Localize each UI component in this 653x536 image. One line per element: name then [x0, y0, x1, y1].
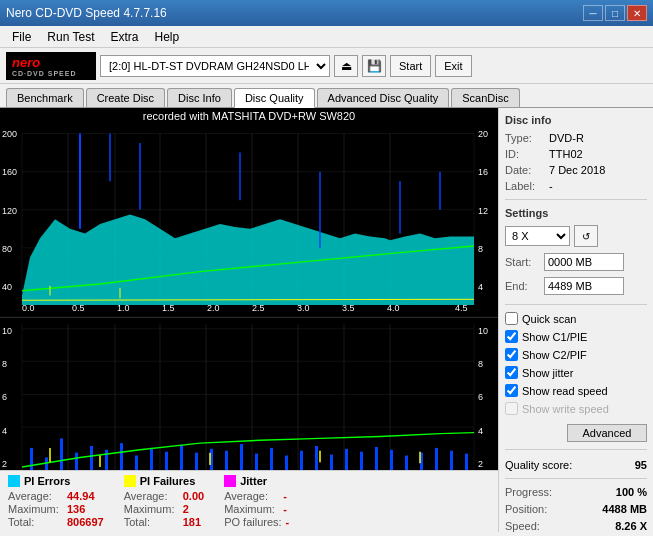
maximize-button[interactable]: □	[605, 5, 625, 21]
svg-rect-112	[465, 454, 468, 470]
minimize-button[interactable]: ─	[583, 5, 603, 21]
refresh-icon[interactable]: ↺	[574, 225, 598, 247]
svg-rect-111	[450, 451, 453, 470]
start-button[interactable]: Start	[390, 55, 431, 77]
svg-rect-103	[330, 455, 333, 470]
position-label: Position:	[505, 503, 547, 515]
show-c2-pif-checkbox[interactable]	[505, 348, 518, 361]
stats-bar: PI Errors Average: 44.94 Maximum: 136 To…	[0, 470, 498, 532]
tab-advanced-disc-quality[interactable]: Advanced Disc Quality	[317, 88, 450, 107]
disc-date-row: Date: 7 Dec 2018	[505, 164, 647, 176]
jitter-header: Jitter	[224, 475, 289, 487]
show-c2-pif-row: Show C2/PIF	[505, 348, 647, 361]
svg-rect-106	[375, 447, 378, 470]
pi-errors-header: PI Errors	[8, 475, 104, 487]
end-mb-label: End:	[505, 280, 540, 292]
svg-text:2: 2	[478, 459, 483, 469]
tab-scandisc[interactable]: ScanDisc	[451, 88, 519, 107]
disc-label-label: Label:	[505, 180, 545, 192]
svg-rect-98	[255, 454, 258, 470]
start-mb-row: Start:	[505, 253, 647, 271]
app-title: Nero CD-DVD Speed 4.7.7.16	[6, 6, 167, 20]
svg-rect-107	[390, 450, 393, 470]
svg-text:12: 12	[478, 206, 488, 216]
disc-info-title: Disc info	[505, 114, 647, 126]
pi-max-label: Maximum:	[8, 503, 63, 515]
tab-benchmark[interactable]: Benchmark	[6, 88, 84, 107]
svg-text:2: 2	[2, 459, 7, 469]
show-read-speed-checkbox[interactable]	[505, 384, 518, 397]
end-mb-row: End:	[505, 277, 647, 295]
svg-rect-100	[285, 456, 288, 470]
pif-avg-value: 0.00	[183, 490, 204, 502]
show-c2-pif-label: Show C2/PIF	[522, 349, 587, 361]
po-failures-value: -	[286, 516, 290, 528]
svg-text:6: 6	[478, 392, 483, 402]
svg-rect-88	[105, 450, 108, 470]
svg-text:200: 200	[2, 130, 17, 140]
pif-max-value: 2	[183, 503, 189, 515]
title-bar: Nero CD-DVD Speed 4.7.7.16 ─ □ ✕	[0, 0, 653, 26]
show-jitter-checkbox[interactable]	[505, 366, 518, 379]
tab-disc-quality[interactable]: Disc Quality	[234, 88, 315, 108]
jitter-max-label: Maximum:	[224, 503, 279, 515]
chart-svg: 200 160 120 80 40 20 16 12 8 4 0.0 0.5 1…	[0, 124, 498, 470]
pi-failures-group: PI Failures Average: 0.00 Maximum: 2 Tot…	[124, 475, 204, 528]
position-value: 4488 MB	[602, 503, 647, 515]
tab-disc-info[interactable]: Disc Info	[167, 88, 232, 107]
toolbar: nero CD·DVD SPEED [2:0] HL-DT-ST DVDRAM …	[0, 48, 653, 84]
pi-total-value: 806697	[67, 516, 104, 528]
svg-rect-97	[240, 444, 243, 470]
svg-text:10: 10	[478, 326, 488, 336]
show-write-speed-row: Show write speed	[505, 402, 647, 415]
pi-max-value: 136	[67, 503, 85, 515]
eject-icon[interactable]: ⏏	[334, 55, 358, 77]
show-c1-pie-label: Show C1/PIE	[522, 331, 587, 343]
start-mb-label: Start:	[505, 256, 540, 268]
svg-rect-96	[225, 451, 228, 470]
pi-errors-label: PI Errors	[24, 475, 70, 487]
right-panel: Disc info Type: DVD-R ID: TTH02 Date: 7 …	[498, 108, 653, 532]
jitter-avg-row: Average: -	[224, 490, 289, 502]
menu-help[interactable]: Help	[147, 28, 188, 46]
save-icon[interactable]: 💾	[362, 55, 386, 77]
menu-extra[interactable]: Extra	[102, 28, 146, 46]
svg-rect-94	[195, 453, 198, 470]
close-button[interactable]: ✕	[627, 5, 647, 21]
exit-button[interactable]: Exit	[435, 55, 471, 77]
chart-area: recorded with MATSHITA DVD+RW SW820 200 …	[0, 108, 498, 470]
jitter-avg-label: Average:	[224, 490, 279, 502]
menu-run-test[interactable]: Run Test	[39, 28, 102, 46]
show-c1-pie-checkbox[interactable]	[505, 330, 518, 343]
svg-text:4: 4	[478, 282, 483, 292]
speed-selector[interactable]: 8 X Max 1 X 2 X 4 X 12 X 16 X	[505, 226, 570, 246]
svg-text:10: 10	[2, 326, 12, 336]
pi-failures-avg-row: Average: 0.00	[124, 490, 204, 502]
end-mb-input[interactable]	[544, 277, 624, 295]
speed-row: 8 X Max 1 X 2 X 4 X 12 X 16 X ↺	[505, 225, 647, 247]
svg-text:160: 160	[2, 168, 17, 178]
po-failures-label: PO failures:	[224, 516, 281, 528]
jitter-avg-value: -	[283, 490, 287, 502]
main-content: recorded with MATSHITA DVD+RW SW820 200 …	[0, 108, 653, 532]
show-jitter-label: Show jitter	[522, 367, 573, 379]
drive-selector[interactable]: [2:0] HL-DT-ST DVDRAM GH24NSD0 LH00	[100, 55, 330, 77]
tab-create-disc[interactable]: Create Disc	[86, 88, 165, 107]
svg-text:16: 16	[478, 168, 488, 178]
advanced-button[interactable]: Advanced	[567, 424, 647, 442]
menu-file[interactable]: File	[4, 28, 39, 46]
disc-label-value: -	[549, 180, 553, 192]
svg-rect-93	[180, 445, 183, 470]
quick-scan-row: Quick scan	[505, 312, 647, 325]
start-mb-input[interactable]	[544, 253, 624, 271]
pi-avg-value: 44.94	[67, 490, 95, 502]
quick-scan-checkbox[interactable]	[505, 312, 518, 325]
pi-failures-dot	[124, 475, 136, 487]
chart-title: recorded with MATSHITA DVD+RW SW820	[0, 108, 498, 124]
svg-text:80: 80	[2, 244, 12, 254]
jitter-max-row: Maximum: -	[224, 503, 289, 515]
svg-rect-99	[270, 448, 273, 470]
svg-rect-104	[345, 449, 348, 470]
svg-rect-87	[90, 446, 93, 470]
pi-avg-label: Average:	[8, 490, 63, 502]
